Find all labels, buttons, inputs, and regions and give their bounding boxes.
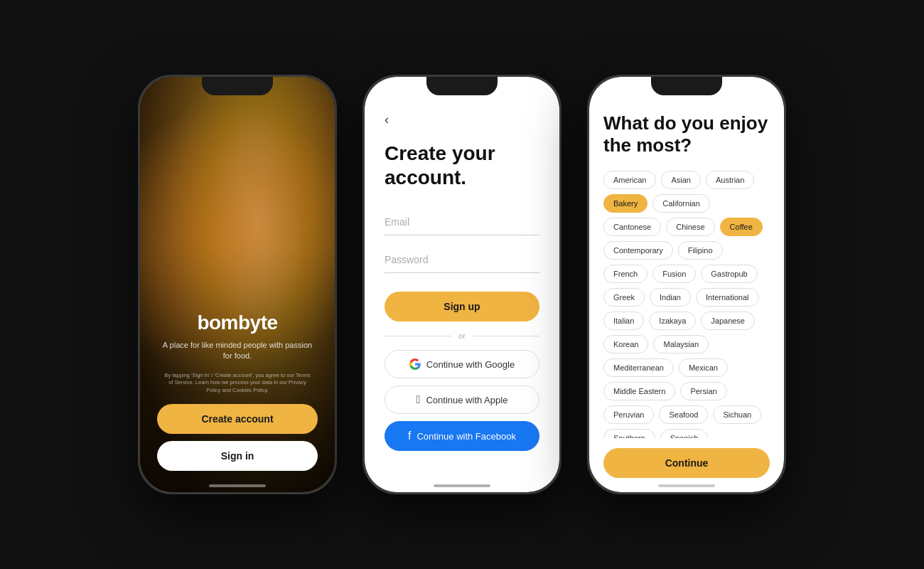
splash-legal-text: By tapping 'Sign In' / 'Create account',…	[157, 372, 318, 395]
facebook-signin-button[interactable]: f Continue with Facebook	[385, 421, 539, 451]
google-signin-button[interactable]: Continue with Google	[385, 350, 539, 378]
cuisine-tag-cantonese[interactable]: Cantonese	[603, 218, 661, 236]
cuisine-tag-contemporary[interactable]: Contemporary	[603, 241, 673, 260]
apple-icon: 	[417, 394, 421, 405]
cuisine-tag-chinese[interactable]: Chinese	[666, 218, 714, 236]
preferences-screen: What do you enjoy the most? AmericanAsia…	[589, 77, 784, 492]
cuisine-tag-persian[interactable]: Persian	[680, 382, 726, 400]
apple-button-label: Continue with Apple	[426, 395, 507, 405]
app-logo: bombyte	[197, 312, 277, 334]
splash-content: bombyte A place for like minded people w…	[140, 297, 335, 492]
cuisine-tag-greek[interactable]: Greek	[603, 288, 645, 307]
cuisine-tags-container: AmericanAsianAustrianBakeryCalifornianCa…	[603, 171, 770, 438]
or-line-right	[473, 336, 539, 336]
cuisine-tag-seafood[interactable]: Seafood	[659, 405, 708, 424]
cuisine-tag-indian[interactable]: Indian	[650, 288, 691, 307]
cuisine-tag-southern[interactable]: Southern	[603, 429, 655, 438]
cuisine-tag-peruvian[interactable]: Peruvian	[603, 405, 654, 424]
home-indicator-3	[658, 484, 715, 487]
email-input[interactable]	[385, 209, 539, 235]
cuisine-tag-izakaya[interactable]: Izakaya	[649, 312, 696, 330]
phones-container: bombyte A place for like minded people w…	[138, 75, 786, 494]
cuisine-tag-spanish[interactable]: Spanish	[660, 429, 709, 438]
google-button-label: Continue with Google	[426, 359, 515, 370]
facebook-icon: f	[408, 430, 411, 442]
apple-signin-button[interactable]:  Continue with Apple	[385, 385, 539, 414]
continue-button[interactable]: Continue	[603, 448, 770, 478]
or-line-left	[385, 336, 451, 336]
cuisine-tag-middle-eastern[interactable]: Middle Eastern	[603, 382, 675, 400]
or-divider: or	[385, 331, 539, 340]
preferences-title: What do you enjoy the most?	[603, 112, 770, 156]
cuisine-tag-asian[interactable]: Asian	[661, 171, 701, 189]
cuisine-tag-mediterranean[interactable]: Mediterranean	[603, 358, 674, 377]
cuisine-tag-italian[interactable]: Italian	[603, 312, 644, 330]
password-input[interactable]	[385, 247, 539, 273]
cuisine-tag-american[interactable]: American	[603, 171, 656, 189]
cuisine-tag-international[interactable]: International	[696, 288, 759, 307]
app-tagline: A place for like minded people with pass…	[157, 340, 318, 362]
cuisine-tag-californian[interactable]: Californian	[652, 194, 710, 213]
facebook-button-label: Continue with Facebook	[417, 431, 515, 442]
home-indicator-2	[434, 484, 490, 487]
phone-splash: bombyte A place for like minded people w…	[138, 75, 337, 494]
home-indicator-1	[209, 484, 266, 487]
create-account-title: Create your account.	[385, 142, 539, 189]
cuisine-tag-malaysian[interactable]: Malaysian	[653, 335, 709, 353]
cuisine-tag-french[interactable]: French	[603, 265, 648, 283]
google-icon	[409, 358, 421, 370]
phone-create-account: ‹ Create your account. Sign up or	[362, 75, 562, 494]
cuisine-tag-coffee[interactable]: Coffee	[720, 218, 763, 236]
notch-3	[651, 77, 722, 95]
phone-preferences: What do you enjoy the most? AmericanAsia…	[587, 75, 786, 494]
cuisine-tag-fusion[interactable]: Fusion	[652, 265, 696, 283]
signup-button[interactable]: Sign up	[385, 292, 539, 321]
cuisine-tag-korean[interactable]: Korean	[603, 335, 648, 353]
back-button[interactable]: ‹	[385, 112, 539, 127]
cuisine-tag-gastropub[interactable]: Gastropub	[701, 265, 757, 283]
sign-in-button[interactable]: Sign in	[157, 441, 318, 471]
cuisine-tag-bakery[interactable]: Bakery	[603, 194, 648, 213]
cuisine-tag-japanese[interactable]: Japanese	[701, 312, 755, 330]
create-account-button[interactable]: Create account	[157, 404, 318, 434]
cuisine-tag-mexican[interactable]: Mexican	[679, 358, 728, 377]
notch-2	[426, 77, 498, 95]
cuisine-tag-filipino[interactable]: Filipino	[678, 241, 723, 260]
or-text: or	[458, 331, 466, 340]
create-account-screen: ‹ Create your account. Sign up or	[365, 77, 559, 492]
notch-1	[202, 77, 273, 95]
cuisine-tag-sichuan[interactable]: Sichuan	[713, 405, 761, 424]
cuisine-tag-austrian[interactable]: Austrian	[706, 171, 754, 189]
